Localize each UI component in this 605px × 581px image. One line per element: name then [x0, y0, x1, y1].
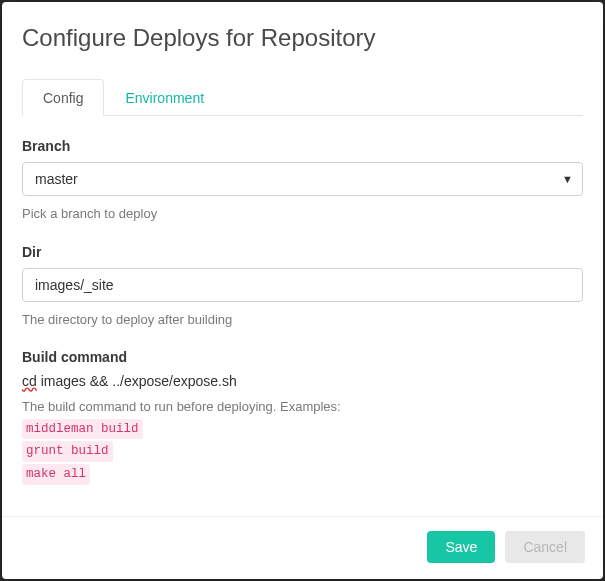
build-example-3: make all: [22, 464, 90, 485]
branch-group: Branch master ▼ Pick a branch to deploy: [22, 138, 583, 224]
dir-input[interactable]: [22, 268, 583, 302]
tab-environment[interactable]: Environment: [104, 79, 225, 116]
modal-title: Configure Deploys for Repository: [22, 24, 583, 52]
modal-footer: Save Cancel: [2, 516, 603, 579]
build-example-2: grunt build: [22, 441, 113, 462]
branch-help: Pick a branch to deploy: [22, 204, 583, 224]
branch-label: Branch: [22, 138, 583, 154]
branch-select[interactable]: master: [22, 162, 583, 196]
dir-label: Dir: [22, 244, 583, 260]
configure-deploys-modal: Configure Deploys for Repository Config …: [2, 2, 603, 579]
build-input-rest: images && ../expose/expose.sh: [37, 373, 237, 389]
build-help: The build command to run before deployin…: [22, 397, 583, 485]
modal-body: Configure Deploys for Repository Config …: [2, 2, 603, 516]
tab-config[interactable]: Config: [22, 79, 104, 116]
build-group: Build command cd images && ../expose/exp…: [22, 349, 583, 485]
dir-group: Dir The directory to deploy after buildi…: [22, 244, 583, 330]
build-help-intro: The build command to run before deployin…: [22, 399, 341, 414]
cancel-button[interactable]: Cancel: [505, 531, 585, 563]
build-example-1: middleman build: [22, 419, 143, 440]
build-label: Build command: [22, 349, 583, 365]
build-input[interactable]: cd images && ../expose/expose.sh: [22, 373, 583, 389]
save-button[interactable]: Save: [427, 531, 495, 563]
tabs: Config Environment: [22, 78, 583, 116]
build-input-spellfrag: cd: [22, 373, 37, 389]
dir-help: The directory to deploy after building: [22, 310, 583, 330]
